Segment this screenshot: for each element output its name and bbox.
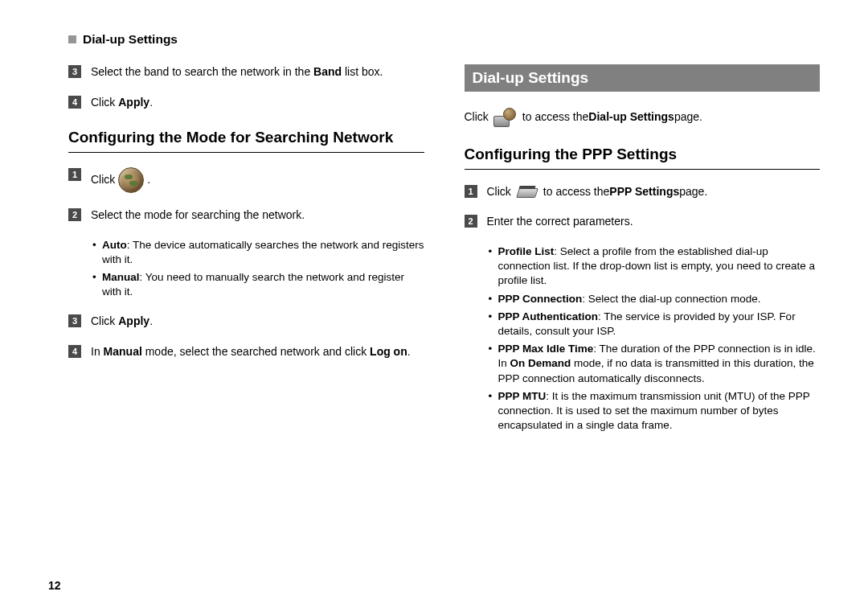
left-s4-mid: mode, select the searched network and cl… bbox=[142, 345, 370, 358]
bullet-profile-bold: Profile List bbox=[498, 245, 555, 257]
left-s1-number: 1 bbox=[68, 168, 81, 181]
left-s4-post: . bbox=[407, 345, 411, 358]
header-bullet-icon bbox=[68, 35, 76, 43]
left-bullets: Auto: The device automatically searches … bbox=[92, 238, 424, 300]
right-section-heading: Configuring the PPP Settings bbox=[465, 145, 821, 164]
right-intro-bold: Dial-up Settings bbox=[588, 109, 674, 125]
right-banner: Dial-up Settings bbox=[465, 64, 821, 92]
step-number-4: 4 bbox=[68, 96, 81, 109]
bullet-profile: Profile List: Select a profile from the … bbox=[489, 244, 821, 289]
right-intro: Click to access the Dial-up Settings pag… bbox=[465, 108, 821, 127]
left-s2: 2 Select the mode for searching the netw… bbox=[68, 207, 424, 224]
modem-icon bbox=[516, 185, 538, 199]
step-number-3: 3 bbox=[68, 65, 81, 78]
left-s4-bold2: Log on bbox=[370, 345, 407, 358]
left-s1-post: . bbox=[147, 172, 150, 188]
left-s2-text: Select the mode for searching the networ… bbox=[91, 207, 424, 224]
step-4: 4 Click Apply. bbox=[68, 95, 424, 111]
right-intro-mid: to access the bbox=[522, 109, 589, 125]
left-s1-text: Click . bbox=[91, 167, 424, 193]
bullet-conn-text: : Select the dial-up connection mode. bbox=[582, 293, 760, 305]
left-s3-bold: Apply bbox=[118, 314, 149, 327]
step-3-bold: Band bbox=[313, 65, 342, 78]
page-number: 12 bbox=[48, 579, 61, 592]
step-4-post: . bbox=[149, 96, 153, 109]
bullet-mtu-bold: PPP MTU bbox=[498, 390, 547, 402]
step-4-bold: Apply bbox=[118, 96, 149, 109]
left-s1: 1 Click . bbox=[68, 167, 424, 193]
right-bullets: Profile List: Select a profile from the … bbox=[489, 244, 821, 433]
dialup-icon bbox=[493, 108, 518, 127]
step-3: 3 Select the band to search the network … bbox=[68, 64, 424, 80]
bullet-conn: PPP Connection: Select the dial-up conne… bbox=[489, 292, 821, 306]
right-s1-bold: PPP Settings bbox=[609, 184, 679, 200]
bullet-manual-bold: Manual bbox=[102, 271, 140, 283]
bullet-auto-bold: Auto bbox=[102, 239, 127, 251]
left-s3: 3 Click Apply. bbox=[68, 314, 424, 330]
bullet-idle-bold2: On Demand bbox=[510, 357, 571, 369]
bullet-conn-bold: PPP Connection bbox=[498, 293, 583, 305]
left-s4-pre: In bbox=[91, 345, 104, 358]
left-section-heading: Configuring the Mode for Searching Netwo… bbox=[68, 128, 424, 147]
bullet-manual: Manual: You need to manually search the … bbox=[92, 270, 424, 299]
left-s2-number: 2 bbox=[68, 208, 81, 221]
step-4-pre: Click bbox=[91, 96, 118, 109]
bullet-manual-text: : You need to manually search the networ… bbox=[102, 271, 404, 298]
left-s4: 4 In Manual mode, select the searched ne… bbox=[68, 344, 424, 360]
right-s1-number: 1 bbox=[465, 185, 477, 198]
left-s3-post: . bbox=[149, 314, 153, 327]
step-3-pre: Select the band to search the network in… bbox=[91, 65, 313, 78]
right-s1-pre: Click bbox=[487, 184, 511, 200]
right-column: Dial-up Settings Click to access the Dia… bbox=[465, 64, 821, 448]
left-s4-bold1: Manual bbox=[104, 345, 142, 358]
page: Dial-up Settings 3 Select the band to se… bbox=[0, 0, 868, 616]
left-s4-number: 4 bbox=[68, 345, 81, 358]
right-s1-mid: to access the bbox=[543, 184, 610, 200]
page-header: Dial-up Settings bbox=[68, 32, 820, 47]
bullet-auto-text: : The device automatically searches the … bbox=[102, 239, 424, 265]
left-section-rule bbox=[68, 152, 424, 153]
step-3-text: Select the band to search the network in… bbox=[91, 64, 424, 80]
right-s1-text: Click to access the PPP Settings page. bbox=[487, 184, 821, 200]
bullet-auth-bold: PPP Authentication bbox=[498, 310, 599, 322]
right-intro-post: page. bbox=[674, 109, 702, 125]
right-section-rule bbox=[465, 169, 821, 170]
left-column: 3 Select the band to search the network … bbox=[68, 64, 424, 448]
bullet-idle: PPP Max Idle Time: The duration of the P… bbox=[489, 342, 821, 386]
bullet-auto: Auto: The device automatically searches … bbox=[92, 238, 424, 267]
globe-icon bbox=[118, 167, 144, 193]
left-s3-pre: Click bbox=[91, 314, 118, 327]
left-s1-pre: Click bbox=[91, 172, 115, 188]
step-3-post: list box. bbox=[342, 65, 383, 78]
bullet-mtu: PPP MTU: It is the maximum transmission … bbox=[489, 389, 821, 433]
right-s1: 1 Click to access the PPP Settings page. bbox=[465, 184, 821, 200]
step-4-text: Click Apply. bbox=[91, 95, 424, 111]
left-s3-text: Click Apply. bbox=[91, 314, 424, 330]
right-s2-text: Enter the correct parameters. bbox=[487, 214, 821, 230]
left-s3-number: 3 bbox=[68, 314, 81, 327]
columns: 3 Select the band to search the network … bbox=[68, 64, 820, 448]
right-s1-post: page. bbox=[679, 184, 707, 200]
left-s4-text: In Manual mode, select the searched netw… bbox=[91, 344, 424, 360]
header-title: Dial-up Settings bbox=[83, 32, 178, 47]
bullet-idle-bold: PPP Max Idle Time bbox=[498, 343, 594, 355]
right-s2: 2 Enter the correct parameters. bbox=[465, 214, 821, 230]
right-s2-number: 2 bbox=[465, 215, 477, 228]
bullet-auth: PPP Authentication: The service is provi… bbox=[489, 310, 821, 339]
right-intro-pre: Click bbox=[465, 109, 489, 125]
